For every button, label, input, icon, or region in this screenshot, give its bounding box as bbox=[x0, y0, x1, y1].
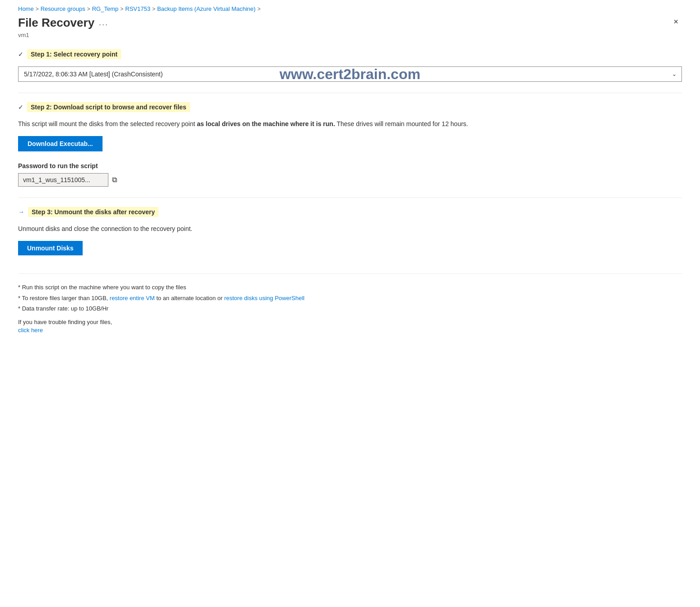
breadcrumb-rsv1753[interactable]: RSV1753 bbox=[125, 5, 150, 12]
note-3: * Data transfer rate: up to 10GB/Hr bbox=[18, 304, 682, 313]
step2-title: Step 2: Download script to browse and re… bbox=[27, 102, 190, 112]
step3-arrow-icon: → bbox=[18, 208, 24, 216]
step2-description: This script will mount the disks from th… bbox=[18, 119, 682, 129]
notes-section: * Run this script on the machine where y… bbox=[18, 283, 682, 313]
breadcrumb-sep-2: > bbox=[87, 6, 90, 12]
panel-title: File Recovery bbox=[18, 16, 94, 30]
note2-restore-disks-link[interactable]: restore disks using PowerShell bbox=[224, 295, 304, 301]
recovery-point-dropdown-wrapper: 5/17/2022, 8:06:33 AM [Latest] (CrashCon… bbox=[18, 66, 682, 82]
panel-more-options[interactable]: ... bbox=[99, 18, 108, 28]
note2-middle: to an alternate location or bbox=[155, 295, 224, 301]
divider-2 bbox=[18, 198, 682, 198]
close-button[interactable]: × bbox=[670, 16, 682, 28]
breadcrumb-sep-3: > bbox=[120, 6, 123, 12]
step3-header: → Step 3: Unmount the disks after recove… bbox=[18, 207, 682, 217]
step1-header: ✓ Step 1: Select recovery point bbox=[18, 49, 682, 59]
step2-check-icon: ✓ bbox=[18, 104, 23, 111]
step2-description-part1: This script will mount the disks from th… bbox=[18, 120, 197, 127]
divider-1 bbox=[18, 93, 682, 93]
step3-section: → Step 3: Unmount the disks after recove… bbox=[18, 207, 682, 263]
password-field-container: ⧉ bbox=[18, 173, 682, 187]
trouble-section: If you have trouble finding your files, … bbox=[18, 319, 682, 334]
step3-title: Step 3: Unmount the disks after recovery bbox=[28, 207, 159, 217]
step2-section: ✓ Step 2: Download script to browse and … bbox=[18, 102, 682, 187]
breadcrumb-rg-temp[interactable]: RG_Temp bbox=[92, 5, 119, 12]
panel-title-area: File Recovery ... bbox=[18, 16, 108, 30]
recovery-point-dropdown[interactable]: 5/17/2022, 8:06:33 AM [Latest] (CrashCon… bbox=[18, 66, 682, 82]
page-container: Home > Resource groups > RG_Temp > RSV17… bbox=[0, 0, 700, 352]
note-2: * To restore files larger than 10GB, res… bbox=[18, 294, 682, 303]
breadcrumb-sep-5: > bbox=[257, 6, 261, 12]
unmount-disks-button[interactable]: Unmount Disks bbox=[18, 241, 83, 255]
copy-icon: ⧉ bbox=[112, 176, 117, 184]
step1-check-icon: ✓ bbox=[18, 51, 23, 58]
trouble-text: If you have trouble finding your files, bbox=[18, 319, 682, 325]
step2-description-bold: as local drives on the machine where it … bbox=[197, 120, 335, 127]
breadcrumb-resource-groups[interactable]: Resource groups bbox=[41, 5, 85, 12]
step1-section: ✓ Step 1: Select recovery point 5/17/202… bbox=[18, 49, 682, 82]
step2-header: ✓ Step 2: Download script to browse and … bbox=[18, 102, 682, 112]
step1-title: Step 1: Select recovery point bbox=[27, 49, 121, 59]
breadcrumb-home[interactable]: Home bbox=[18, 5, 34, 12]
breadcrumb-sep-4: > bbox=[152, 6, 155, 12]
step3-description: Unmount disks and close the connection t… bbox=[18, 224, 682, 234]
panel-subtitle: vm1 bbox=[18, 32, 682, 38]
note2-prefix: * To restore files larger than 10GB, bbox=[18, 295, 110, 301]
note-1: * Run this script on the machine where y… bbox=[18, 283, 682, 292]
breadcrumb-backup-items[interactable]: Backup Items (Azure Virtual Machine) bbox=[157, 5, 256, 12]
breadcrumb: Home > Resource groups > RG_Temp > RSV17… bbox=[18, 5, 682, 12]
password-field bbox=[18, 173, 108, 187]
password-label: Password to run the script bbox=[18, 162, 682, 169]
download-executable-button[interactable]: Download Executab... bbox=[18, 136, 103, 151]
note2-restore-vm-link[interactable]: restore entire VM bbox=[110, 295, 155, 301]
divider-3 bbox=[18, 273, 682, 274]
step2-description-part2: These drives will remain mounted for 12 … bbox=[335, 120, 468, 127]
breadcrumb-sep-1: > bbox=[36, 6, 39, 12]
trouble-click-here-link[interactable]: click here bbox=[18, 327, 43, 334]
copy-password-button[interactable]: ⧉ bbox=[110, 174, 119, 186]
panel-header: File Recovery ... × bbox=[18, 16, 682, 30]
